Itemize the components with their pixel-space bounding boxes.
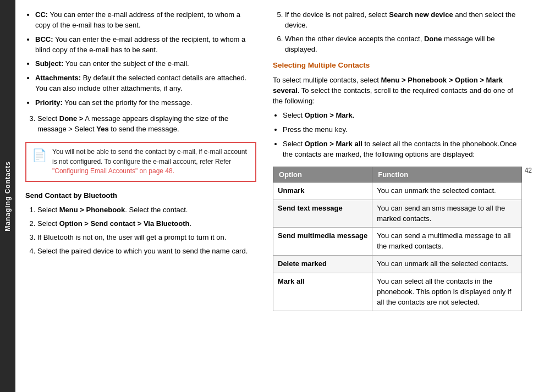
cell-function: You can unmark all the selected contacts…	[372, 256, 522, 273]
priority-text: You can set the priority for the message…	[64, 98, 192, 107]
step5-text: If the device is not paired, select	[285, 10, 389, 19]
bt-step-2: Select Option > Send contact > Via Bluet…	[37, 219, 256, 229]
sidebar: Managing Contacts	[0, 0, 15, 392]
cell-option: Mark all	[273, 273, 372, 311]
sidebar-label: Managing Contacts	[4, 161, 12, 231]
list-item-priority: Priority: You can set the priority for t…	[35, 98, 256, 108]
right-steps-list: If the device is not paired, select Sear…	[273, 10, 522, 54]
bluetooth-steps-list: Select Menu > Phonebook. Select the cont…	[25, 205, 256, 256]
step6-bold: Done	[424, 35, 442, 43]
bt-step-3: If Bluetooth is not on, the user will ge…	[37, 233, 256, 243]
step3-yes: Yes	[96, 125, 108, 133]
intro-rest: . To select the contacts, scroll to the …	[273, 86, 513, 105]
select-option-2: Press the menu key.	[283, 125, 522, 135]
cc-text: You can enter the e-mail address of the …	[35, 10, 240, 29]
note-box: 📄 You will not be able to send the conta…	[25, 142, 256, 181]
select-option-3: Select Option > Mark all to select all t…	[283, 139, 522, 160]
sel-opt2-text: Press the menu key.	[283, 125, 348, 134]
step-3: Select Done > A message appears displayi…	[37, 114, 256, 135]
step3-prefix: Select	[37, 114, 59, 123]
note-text: You will not be able to send the contact…	[52, 147, 250, 176]
bt-step3-text: If Bluetooth is not on, the user will ge…	[37, 233, 226, 241]
bt-step1-rest: . Select the contact.	[125, 206, 188, 214]
step6-text: When the other device accepts the contac…	[285, 35, 424, 43]
cell-function: You can send a multimedia message to all…	[372, 228, 522, 256]
bt-step-4: Select the paired device to which you wa…	[37, 246, 256, 257]
cell-function: You can unmark the selected contact.	[372, 182, 522, 200]
send-contact-title: Send Contact by Bluetooth	[25, 191, 256, 201]
step3-done: Done >	[59, 114, 84, 123]
intro-text: To select multiple contacts, select	[273, 76, 381, 84]
sel-opt1-bold: Option > Mark	[305, 111, 353, 119]
subject-term: Subject:	[35, 59, 63, 68]
options-table-container: 42 Option Function UnmarkYou can unmark …	[273, 167, 522, 312]
right-column: If the device is not paired, select Sear…	[273, 10, 522, 382]
table-row: Delete markedYou can unmark all the sele…	[273, 256, 522, 273]
bt-step2-prefix: Select	[37, 219, 59, 228]
table-row: Mark allYou can select all the contacts …	[273, 273, 522, 311]
select-options-list: Select Option > Mark. Press the menu key…	[273, 111, 522, 159]
sel-opt3-bold: Option > Mark all	[305, 140, 362, 148]
list-item-cc: CC: You can enter the e-mail address of …	[35, 10, 256, 31]
bt-step2-bold: Option > Send contact > Via Bluetooth	[59, 219, 190, 228]
list-item-bcc: BCC: You can enter the e-mail address of…	[35, 35, 256, 56]
table-header-row: Option Function	[273, 167, 522, 182]
right-step-6: When the other device accepts the contac…	[285, 34, 522, 55]
bt-step-1: Select Menu > Phonebook. Select the cont…	[37, 205, 256, 216]
sel-opt1-rest: .	[353, 111, 355, 119]
bcc-term: BCC:	[35, 35, 53, 43]
cell-option: Unmark	[273, 182, 372, 200]
select-option-1: Select Option > Mark.	[283, 111, 522, 121]
table-row: UnmarkYou can unmark the selected contac…	[273, 182, 522, 200]
bt-step1-prefix: Select	[37, 206, 59, 214]
left-column: CC: You can enter the e-mail address of …	[25, 10, 256, 382]
bt-step1-bold: Menu > Phonebook	[59, 206, 125, 214]
bt-step2-rest: .	[189, 219, 191, 228]
right-step-5: If the device is not paired, select Sear…	[285, 10, 522, 31]
main-content: CC: You can enter the e-mail address of …	[15, 0, 533, 392]
table-row: Send multimedia messageYou can send a mu…	[273, 228, 522, 256]
cell-option: Send text message	[273, 200, 372, 228]
note-main-text: You will not be able to send the contact…	[52, 148, 247, 165]
bt-step4-text: Select the paired device to which you wa…	[37, 247, 248, 255]
email-fields-list: CC: You can enter the e-mail address of …	[25, 10, 256, 108]
step3-end: to send the message.	[109, 125, 179, 133]
note-icon: 📄	[32, 148, 47, 163]
note-link: "Configuring Email Accounts" on page 48.	[52, 167, 174, 175]
section-title: Selecting Multiple Contacts	[273, 60, 522, 71]
col-header-option: Option	[273, 167, 372, 182]
bcc-text: You can enter the e-mail address of the …	[35, 35, 245, 54]
table-row: Send text messageYou can send an sms mes…	[273, 200, 522, 228]
sel-opt3-prefix: Select	[283, 140, 305, 148]
col-header-function: Function	[372, 167, 522, 182]
cell-function: You can select all the contacts in the p…	[372, 273, 522, 311]
priority-term: Priority:	[35, 98, 63, 107]
step5-bold: Search new device	[389, 10, 453, 19]
list-item-attachments: Attachments: By default the selected con…	[35, 73, 256, 94]
steps-list: Select Done > A message appears displayi…	[25, 114, 256, 135]
page-number: 42	[525, 167, 532, 174]
cell-option: Delete marked	[273, 256, 372, 273]
intro-paragraph: To select multiple contacts, select Menu…	[273, 75, 522, 107]
cc-term: CC:	[35, 10, 48, 19]
list-item-subject: Subject: You can enter the subject of th…	[35, 59, 256, 69]
cell-option: Send multimedia message	[273, 228, 372, 256]
subject-text: You can enter the subject of the e-mail.	[65, 59, 189, 68]
sel-opt1-prefix: Select	[283, 111, 305, 119]
cell-function: You can send an sms message to all the m…	[372, 200, 522, 228]
options-table: Option Function UnmarkYou can unmark the…	[273, 167, 522, 312]
attachments-term: Attachments:	[35, 74, 81, 82]
